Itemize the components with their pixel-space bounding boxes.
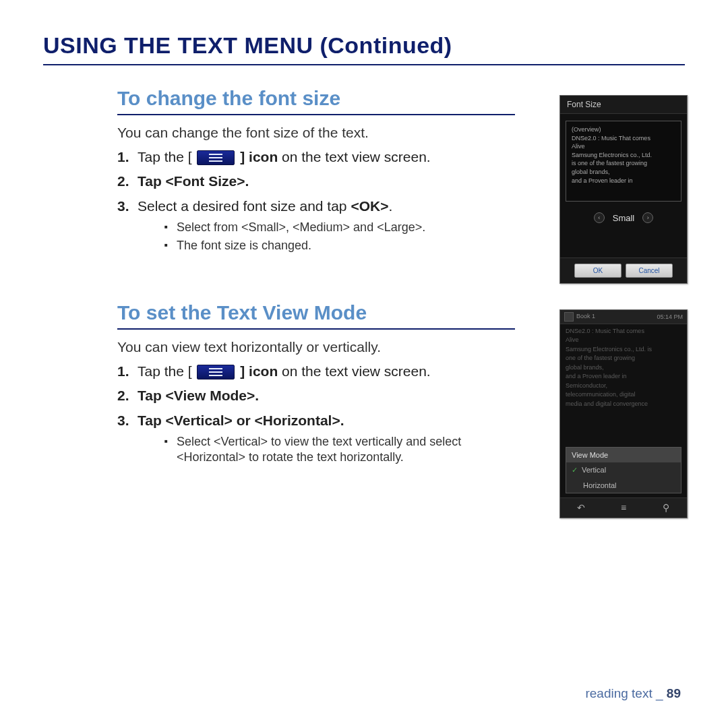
footer-sep: _ [656,686,663,700]
vm-step-1: Tap the [ ] icon on the text view screen… [117,362,515,381]
vm-sub-1: Select <Vertical> to view the text verti… [164,434,515,466]
section-title-view-mode: To set the Text View Mode [117,301,515,330]
cancel-button[interactable]: Cancel [626,264,673,278]
arrow-left-icon[interactable]: ‹ [594,212,605,223]
book-icon [564,312,574,322]
section-font-size: To change the font size You can change t… [117,87,685,254]
option-horizontal[interactable]: Horizontal [566,478,681,493]
step-1: Tap the [ ] icon on the text view screen… [117,148,515,166]
vm-step-1-icon-word: ] icon [240,363,278,379]
popup-header: View Mode [566,448,681,462]
device-text-body: DNSe2.0 : Music That comes Alive Samsung… [560,324,687,446]
menu-icon [197,365,235,380]
steps-font-size: Tap the [ ] icon on the text view screen… [117,148,515,254]
device-preview-text: (Overview) DNSe2.0 : Music That comes Al… [566,121,681,202]
sub-select-from: Select from <Small>, <Medium> and <Large… [164,220,515,235]
ok-button[interactable]: OK [574,264,621,278]
vm-step-1-tail: on the text view screen. [278,363,430,379]
device-button-row: OK Cancel [560,257,687,283]
selected-size: Small [613,213,635,223]
step-2: Tap <Font Size>. [117,172,515,191]
footer-chapter: reading text [585,686,652,700]
footer-page: 89 [667,686,681,700]
device-bottom-nav: ↶ ≡ ⚲ [560,497,687,518]
section-view-mode: To set the Text View Mode You can view t… [117,301,685,466]
step-1-pre: Tap the [ [138,149,192,164]
step-3-pre: Select a desired font size and tap [138,198,351,214]
status-title: Book 1 [576,313,595,320]
intro-font-size: You can change the font size of the text… [117,125,515,141]
back-icon[interactable]: ↶ [574,502,588,513]
option-vertical-label: Vertical [582,466,606,474]
step-1-tail: on the text view screen. [278,149,430,164]
menu-bars-icon[interactable]: ≡ [617,502,630,513]
arrow-right-icon[interactable]: › [642,212,653,223]
section-title-font-size: To change the font size [117,87,515,115]
intro-view-mode: You can view text horizontally or vertic… [117,339,515,355]
attach-icon[interactable]: ⚲ [659,502,673,513]
vm-step-1-pre: Tap the [ [138,363,192,379]
device-view-mode: Book 1 05:14 PM DNSe2.0 : Music That com… [559,309,688,518]
sub-size-changed: The font size is changed. [164,238,515,253]
page-title: USING THE TEXT MENU (Continued) [43,32,685,65]
size-selector: ‹ Small › [560,207,687,230]
step-1-icon-word: ] icon [240,149,278,164]
steps-view-mode: Tap the [ ] icon on the text view screen… [117,362,515,466]
page-footer: reading text _ 89 [585,686,681,701]
vm-step-3: Tap <Vertical> or <Horizontal>. Select <… [117,411,515,466]
status-time: 05:14 PM [657,313,683,320]
option-vertical[interactable]: ✓ Vertical [566,462,681,478]
vm-step-3-bold: Tap <Vertical> or <Horizontal>. [138,413,344,428]
vm-step-2: Tap <View Mode>. [117,386,515,405]
view-mode-popup: View Mode ✓ Vertical Horizontal [566,447,681,493]
device-status-bar: Book 1 05:14 PM [560,310,687,324]
device-header: Font Size [560,96,687,114]
check-icon: ✓ [572,466,578,475]
option-horizontal-label: Horizontal [583,481,617,489]
menu-icon [197,150,235,165]
device-font-size: Font Size (Overview) DNSe2.0 : Music Tha… [559,95,688,284]
step-3-post: . [388,198,392,214]
step-3-ok: <OK> [351,198,388,214]
step-3: Select a desired font size and tap <OK>.… [117,197,515,254]
